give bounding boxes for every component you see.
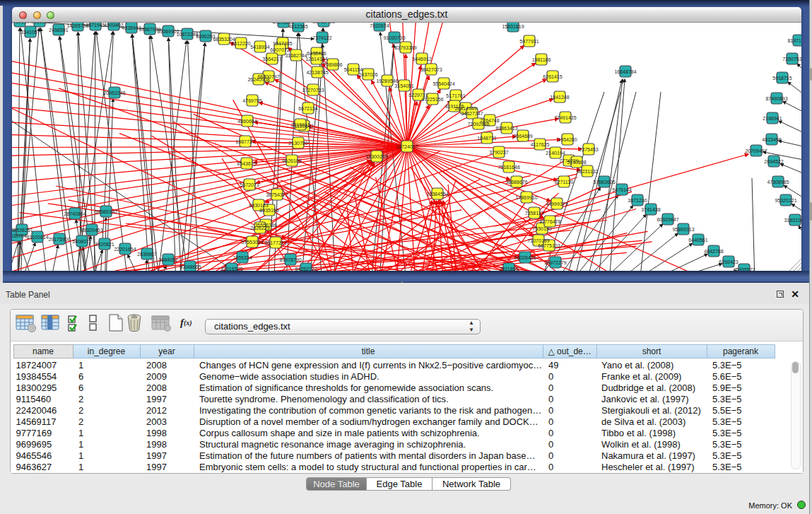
svg-text:6672134: 6672134 (298, 106, 317, 111)
svg-text:4612365: 4612365 (288, 24, 307, 29)
svg-text:4842788: 4842788 (704, 249, 723, 254)
svg-text:58586340: 58586340 (95, 209, 117, 214)
svg-text:7374122: 7374122 (312, 35, 331, 40)
svg-text:1848731: 1848731 (477, 136, 496, 141)
svg-text:28814949: 28814949 (454, 106, 476, 111)
svg-text:1987737: 1987737 (235, 139, 254, 144)
svg-text:63100814: 63100814 (26, 235, 48, 240)
svg-text:9517485: 9517485 (273, 41, 292, 46)
svg-text:57683626: 57683626 (593, 180, 615, 185)
svg-text:24972279: 24972279 (544, 260, 566, 265)
svg-text:3871230: 3871230 (628, 198, 647, 203)
svg-text:2921859: 2921859 (499, 267, 518, 271)
svg-text:3684052: 3684052 (158, 257, 177, 262)
svg-text:2375453: 2375453 (579, 147, 598, 152)
svg-text:47308985: 47308985 (767, 180, 789, 185)
svg-text:42138745: 42138745 (306, 70, 328, 75)
svg-text:84252722: 84252722 (295, 267, 317, 271)
svg-text:22201654: 22201654 (114, 247, 136, 252)
svg-text:19289546: 19289546 (376, 78, 398, 83)
svg-text:89978790: 89978790 (279, 257, 301, 262)
svg-text:6438436: 6438436 (307, 51, 326, 56)
svg-text:5446912: 5446912 (412, 57, 431, 62)
svg-text:8935169: 8935169 (259, 208, 278, 213)
svg-text:3741438: 3741438 (641, 207, 660, 212)
svg-text:26240908: 26240908 (247, 77, 269, 82)
svg-text:7350753: 7350753 (782, 57, 801, 62)
svg-text:(x): (x) (184, 319, 192, 327)
svg-text:4823498: 4823498 (762, 137, 781, 142)
svg-text:2140194: 2140194 (546, 151, 565, 156)
svg-text:90048665: 90048665 (179, 264, 201, 269)
svg-text:2626229: 2626229 (250, 226, 269, 230)
svg-text:6007072: 6007072 (270, 47, 289, 52)
svg-text:2166941: 2166941 (763, 116, 782, 121)
svg-text:29175900: 29175900 (48, 237, 70, 242)
svg-text:9626108: 9626108 (282, 158, 301, 163)
svg-text:6271130: 6271130 (555, 180, 574, 185)
svg-text:3154051: 3154051 (394, 83, 413, 88)
svg-text:20953346: 20953346 (103, 90, 125, 95)
svg-text:38688676: 38688676 (505, 180, 527, 185)
svg-text:87490893: 87490893 (765, 96, 787, 101)
svg-text:2564689: 2564689 (513, 134, 532, 139)
svg-text:38427073: 38427073 (420, 67, 442, 72)
svg-text:31831063: 31831063 (784, 218, 801, 223)
svg-text:1841248: 1841248 (550, 95, 569, 100)
svg-text:81016525: 81016525 (220, 267, 242, 271)
svg-text:81971316: 81971316 (787, 38, 801, 43)
svg-text:5977931: 5977931 (519, 39, 539, 44)
svg-text:96028436: 96028436 (514, 255, 536, 260)
svg-text:5918715: 5918715 (772, 76, 792, 81)
svg-text:7022674: 7022674 (370, 23, 389, 28)
svg-text:4903402: 4903402 (104, 23, 123, 28)
svg-text:30776478: 30776478 (539, 219, 560, 224)
svg-text:10872248: 10872248 (176, 32, 198, 37)
svg-text:15831819: 15831819 (502, 24, 524, 29)
svg-text:97225156: 97225156 (421, 97, 443, 102)
svg-text:2016911: 2016911 (291, 122, 310, 127)
svg-text:95320121: 95320121 (775, 198, 796, 203)
svg-text:5130808: 5130808 (567, 160, 586, 165)
svg-text:4117625: 4117625 (531, 142, 550, 147)
svg-text:4539704: 4539704 (12, 233, 27, 238)
svg-text:23718431: 23718431 (312, 23, 334, 24)
svg-text:83793389: 83793389 (394, 45, 416, 50)
svg-text:19384554: 19384554 (426, 192, 448, 197)
svg-text:17270733: 17270733 (302, 88, 324, 93)
svg-text:5479144: 5479144 (612, 187, 631, 192)
svg-text:5408072: 5408072 (72, 239, 91, 244)
svg-text:75181648: 75181648 (498, 165, 519, 170)
svg-text:57553014: 57553014 (241, 240, 263, 245)
svg-text:38754377: 38754377 (266, 192, 288, 197)
svg-text:66775103: 66775103 (538, 243, 560, 248)
svg-text:5418934: 5418934 (250, 45, 269, 49)
svg-text:6292423: 6292423 (719, 259, 738, 264)
svg-text:20709497: 20709497 (745, 148, 767, 153)
svg-text:60929647: 60929647 (657, 217, 678, 222)
svg-text:2694522: 2694522 (764, 159, 783, 164)
svg-text:18300295: 18300295 (365, 154, 387, 159)
svg-text:1981186: 1981186 (532, 57, 551, 62)
svg-text:8930103: 8930103 (249, 203, 268, 208)
svg-text:45935572: 45935572 (733, 267, 755, 271)
svg-text:12614124: 12614124 (305, 57, 327, 62)
svg-text:5672073: 5672073 (240, 182, 259, 187)
svg-text:17869910: 17869910 (515, 195, 537, 200)
svg-text:77491435: 77491435 (554, 115, 576, 120)
svg-text:2571945: 2571945 (86, 23, 105, 28)
svg-text:3320821: 3320821 (95, 242, 114, 247)
svg-text:7550190: 7550190 (532, 226, 551, 231)
svg-text:4769795: 4769795 (242, 98, 261, 103)
svg-text:6543670: 6543670 (237, 161, 256, 166)
svg-text:44999379: 44999379 (546, 201, 567, 206)
svg-text:28740864: 28740864 (64, 211, 86, 216)
svg-text:5041154: 5041154 (344, 67, 363, 72)
svg-text:55540424: 55540424 (433, 81, 454, 86)
svg-text:8612220: 8612220 (231, 41, 250, 46)
svg-text:38538251: 38538251 (12, 228, 33, 233)
svg-text:7455324: 7455324 (233, 255, 252, 260)
svg-text:3564217: 3564217 (262, 57, 281, 62)
svg-text:88320463: 88320463 (81, 228, 102, 233)
svg-text:6440561: 6440561 (688, 238, 707, 243)
